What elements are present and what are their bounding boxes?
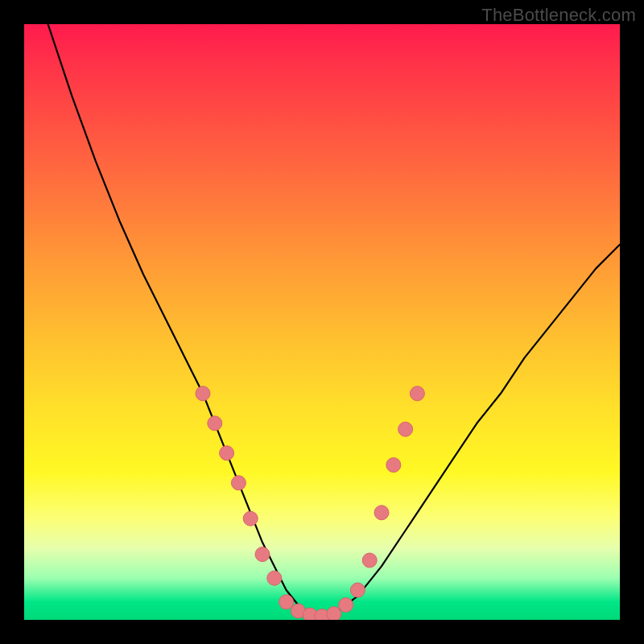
chart-marker [243,511,258,526]
chart-marker [362,553,377,568]
chart-marker [410,386,424,401]
chart-marker [267,571,282,585]
chart-marker [398,422,413,436]
chart-marker [196,386,210,401]
chart-marker [386,458,401,473]
chart-marker [374,506,389,520]
chart-marker [208,416,222,431]
chart-marker [220,446,234,460]
chart-marker [255,547,270,562]
chart-marker [350,583,365,597]
chart-plot-area [24,24,620,620]
chart-markers-group [196,386,424,620]
watermark-text: TheBottleneck.com [481,5,636,26]
chart-marker [231,476,246,490]
chart-marker [339,598,353,613]
chart-marker [279,595,294,609]
chart-curve [48,24,620,617]
chart-marker [327,607,341,620]
chart-svg [24,24,620,620]
